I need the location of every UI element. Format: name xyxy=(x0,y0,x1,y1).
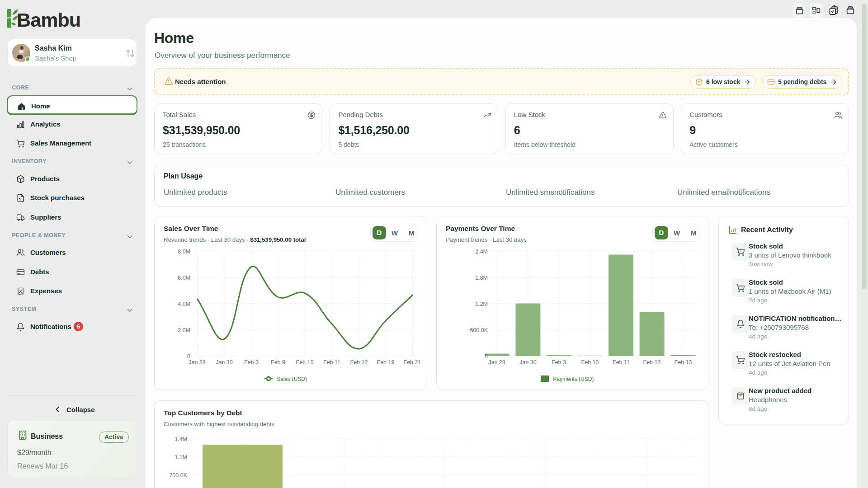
svg-text:Feb 11: Feb 11 xyxy=(613,359,630,366)
svg-text:Jan 28: Jan 28 xyxy=(189,359,206,366)
svg-text:2.0M: 2.0M xyxy=(178,327,190,333)
svg-text:Feb 3: Feb 3 xyxy=(552,359,566,366)
svg-text:Feb 10: Feb 10 xyxy=(581,359,599,366)
svg-text:0: 0 xyxy=(485,353,488,360)
svg-text:2.4M: 2.4M xyxy=(475,249,488,255)
svg-text:4.0M: 4.0M xyxy=(178,301,190,307)
svg-text:Feb 12: Feb 12 xyxy=(350,359,368,366)
svg-text:Jan 30: Jan 30 xyxy=(519,359,537,366)
svg-text:6.0M: 6.0M xyxy=(178,275,190,281)
svg-text:Feb 19: Feb 19 xyxy=(377,359,395,366)
svg-text:Jan 30: Jan 30 xyxy=(216,359,233,366)
svg-text:600.0K: 600.0K xyxy=(470,327,488,333)
svg-text:Jan 28: Jan 28 xyxy=(488,359,505,366)
svg-text:1.1M: 1.1M xyxy=(175,454,187,460)
svg-text:Feb 21: Feb 21 xyxy=(404,359,421,366)
svg-text:Feb 11: Feb 11 xyxy=(323,359,340,366)
svg-text:1.4M: 1.4M xyxy=(175,436,187,442)
svg-text:Feb 12: Feb 12 xyxy=(643,359,661,366)
svg-text:Feb 13: Feb 13 xyxy=(675,359,692,366)
svg-text:Feb 9: Feb 9 xyxy=(271,359,285,366)
svg-text:Feb 3: Feb 3 xyxy=(244,359,259,366)
svg-text:8.0M: 8.0M xyxy=(178,249,190,255)
svg-text:1.8M: 1.8M xyxy=(475,275,488,281)
svg-text:Feb 10: Feb 10 xyxy=(296,359,314,366)
svg-text:Bambu: Bambu xyxy=(17,9,80,29)
svg-text:700.0K: 700.0K xyxy=(169,472,187,479)
svg-text:1.2M: 1.2M xyxy=(475,301,488,307)
svg-text:0: 0 xyxy=(187,353,190,360)
